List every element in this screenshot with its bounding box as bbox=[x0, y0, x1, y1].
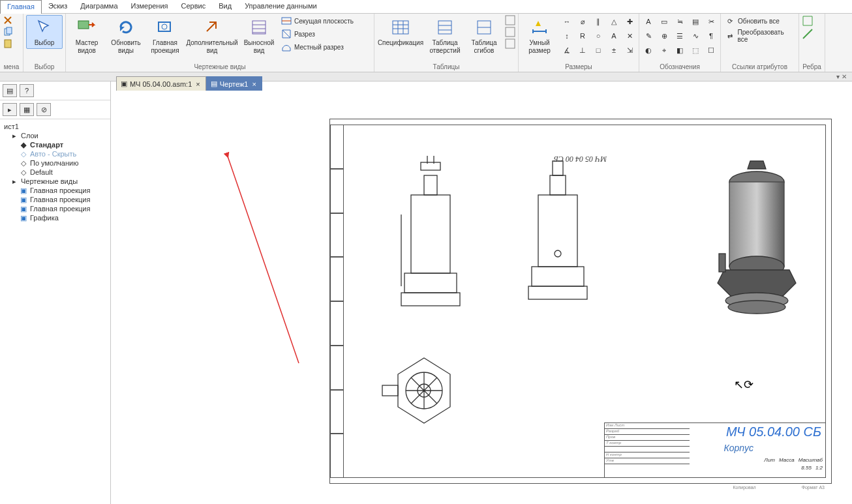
local-section-button[interactable]: Местный разрез bbox=[280, 41, 371, 53]
table-small-1-icon[interactable] bbox=[505, 15, 515, 25]
tree-layer-default[interactable]: ◇Default bbox=[1, 168, 108, 177]
ann-9-icon[interactable]: ◧ bbox=[673, 44, 686, 57]
tree-layers: ▸Слои bbox=[1, 131, 108, 140]
asm-icon: ▣ bbox=[121, 80, 127, 88]
main-projection-button[interactable]: Главная проекция bbox=[147, 15, 183, 57]
dim-12-icon[interactable]: ± bbox=[607, 44, 620, 57]
close-icon[interactable]: ✕ bbox=[842, 73, 847, 80]
dim-8-icon[interactable]: ○ bbox=[592, 29, 605, 42]
callout-view-button[interactable]: Выносной вид bbox=[241, 15, 277, 57]
dim-3-icon[interactable]: ∡ bbox=[560, 44, 573, 57]
ann-7-icon[interactable]: ≒ bbox=[673, 15, 686, 28]
menu-sketch[interactable]: Эскиз bbox=[42, 0, 74, 13]
tree-view-1[interactable]: ▣Главная проекция bbox=[1, 186, 108, 195]
dim-2-icon[interactable]: ↕ bbox=[560, 29, 573, 42]
dim-13-icon[interactable]: ✚ bbox=[623, 15, 636, 28]
pin-icon[interactable]: ▾ bbox=[836, 73, 840, 80]
annot-icons: A ✎ ◐ ▭ ⊕ ⌖ ≒ ☰ ◧ ▤ ∿ ⬚ ✂ ¶ ☐ bbox=[642, 15, 718, 57]
tree-layer-standard[interactable]: ◆Стандарт bbox=[1, 140, 108, 149]
dim-15-icon[interactable]: ⇲ bbox=[623, 44, 636, 57]
tree-layer-autohide[interactable]: ◇Авто - Скрыть bbox=[1, 149, 108, 158]
dim-7-icon[interactable]: ∥ bbox=[592, 15, 605, 28]
refresh-all-button[interactable]: ⟳Обновить все bbox=[723, 15, 796, 27]
svg-rect-16 bbox=[401, 293, 460, 306]
svg-rect-3 bbox=[78, 21, 89, 29]
ann-11-icon[interactable]: ∿ bbox=[689, 29, 702, 42]
doc-tab-asm[interactable]: ▣ МЧ 05.04.00.asm:1 × bbox=[116, 76, 206, 91]
ann-1-icon[interactable]: A bbox=[642, 15, 655, 28]
dim-6-icon[interactable]: ⊥ bbox=[576, 44, 589, 57]
menu-data[interactable]: Управление данными bbox=[238, 0, 324, 13]
ann-15-icon[interactable]: ☐ bbox=[705, 44, 718, 57]
dim-14-icon[interactable]: ✕ bbox=[623, 29, 636, 42]
layer-icon: ◆ bbox=[20, 141, 27, 149]
select-button[interactable]: Выбор bbox=[26, 15, 63, 49]
update-views-button[interactable]: Обновить виды bbox=[108, 15, 144, 57]
drawing-canvas[interactable]: Направленная рамка ▤ ▥ ↖ ▭ ▯ ◀ ▶ ✔ ✖ МЧ … bbox=[111, 91, 852, 504]
ann-14-icon[interactable]: ¶ bbox=[705, 29, 718, 42]
ann-5-icon[interactable]: ⊕ bbox=[658, 29, 671, 42]
front-view[interactable] bbox=[388, 156, 473, 319]
title-block-footer: КопировалФормат A3 bbox=[733, 485, 825, 490]
copy-icon[interactable] bbox=[3, 27, 13, 37]
feature-tree[interactable]: ист1 ▸Слои ◆Стандарт ◇Авто - Скрыть ◇По … bbox=[0, 119, 110, 225]
bend-table-button[interactable]: Таблица сгибов bbox=[466, 15, 502, 57]
svg-rect-13 bbox=[506, 39, 515, 48]
tree-btn-2[interactable]: ? bbox=[20, 84, 34, 97]
view-wizard-button[interactable]: Мастер видов bbox=[68, 15, 105, 57]
mouse-cursor-icon: ↖⟳ bbox=[734, 378, 753, 392]
iso-view[interactable] bbox=[698, 156, 809, 325]
ann-8-icon[interactable]: ☰ bbox=[673, 29, 686, 42]
tree-btn-5[interactable]: ⊘ bbox=[37, 103, 51, 116]
dim-5-icon[interactable]: R bbox=[576, 29, 589, 42]
ann-2-icon[interactable]: ✎ bbox=[642, 29, 655, 42]
cut-icon[interactable] bbox=[3, 15, 13, 25]
ann-10-icon[interactable]: ▤ bbox=[689, 15, 702, 28]
menu-diagram[interactable]: Диаграмма bbox=[74, 0, 124, 13]
ann-3-icon[interactable]: ◐ bbox=[642, 44, 655, 57]
tree-view-4[interactable]: ▣Графика bbox=[1, 213, 108, 222]
dim-4-icon[interactable]: ⌀ bbox=[576, 15, 589, 28]
cutting-plane-button[interactable]: Секущая плоскость bbox=[280, 15, 371, 27]
ann-12-icon[interactable]: ⬚ bbox=[689, 44, 702, 57]
dim-11-icon[interactable]: A bbox=[607, 29, 620, 42]
table-small-3-icon[interactable] bbox=[505, 38, 515, 49]
menu-main[interactable]: Главная bbox=[0, 0, 42, 14]
tree-view-3[interactable]: ▣Главная проекция bbox=[1, 204, 108, 213]
tree-layer-defaultru[interactable]: ◇По умолчанию bbox=[1, 158, 108, 168]
tree-btn-3[interactable]: ▸ bbox=[3, 103, 17, 116]
edge-2-icon[interactable] bbox=[802, 28, 814, 40]
ann-6-icon[interactable]: ⌖ bbox=[658, 44, 671, 57]
group-select-label: Выбор bbox=[26, 63, 63, 72]
menu-view[interactable]: Вид bbox=[212, 0, 238, 13]
ann-4-icon[interactable]: ▭ bbox=[658, 15, 671, 28]
close-icon[interactable]: × bbox=[194, 80, 201, 88]
close-icon[interactable]: × bbox=[251, 80, 257, 88]
spec-button[interactable]: Спецификация bbox=[377, 15, 424, 49]
table-small-2-icon[interactable] bbox=[505, 27, 515, 37]
doc-tab-drawing[interactable]: ▤ Чертеж1 × bbox=[206, 76, 262, 91]
cutplane-icon bbox=[281, 16, 292, 26]
menu-measure[interactable]: Измерения bbox=[125, 0, 175, 13]
hole-table-button[interactable]: Таблица отверстий bbox=[427, 15, 463, 57]
edge-1-icon[interactable] bbox=[802, 15, 814, 27]
tree-view-2[interactable]: ▣Главная проекция bbox=[1, 195, 108, 204]
menu-bar: Главная Эскиз Диаграмма Измерения Сервис… bbox=[0, 0, 852, 14]
dim-1-icon[interactable]: ↔ bbox=[560, 15, 573, 28]
aux-view-button[interactable]: Дополнительный вид bbox=[186, 15, 238, 57]
convert-all-button[interactable]: ⇄Преобразовать все bbox=[723, 28, 796, 44]
menu-service[interactable]: Сервис bbox=[175, 0, 213, 13]
svg-rect-9 bbox=[438, 21, 451, 34]
ann-13-icon[interactable]: ✂ bbox=[705, 15, 718, 28]
svg-rect-1 bbox=[7, 27, 12, 34]
dim-10-icon[interactable]: △ bbox=[607, 15, 620, 28]
side-view[interactable] bbox=[519, 156, 597, 319]
tree-btn-4[interactable]: ▦ bbox=[20, 103, 34, 116]
smart-dim-button[interactable]: Умный размер bbox=[521, 15, 558, 57]
dim-9-icon[interactable]: □ bbox=[592, 44, 605, 57]
tree-btn-1[interactable]: ▤ bbox=[3, 84, 17, 97]
paste-icon[interactable] bbox=[3, 38, 13, 49]
section-button[interactable]: Разрез bbox=[280, 28, 371, 40]
title-block[interactable]: Изм Лист Разраб Пров Т контр Н контр Утв… bbox=[604, 422, 826, 478]
top-view[interactable] bbox=[378, 351, 470, 436]
